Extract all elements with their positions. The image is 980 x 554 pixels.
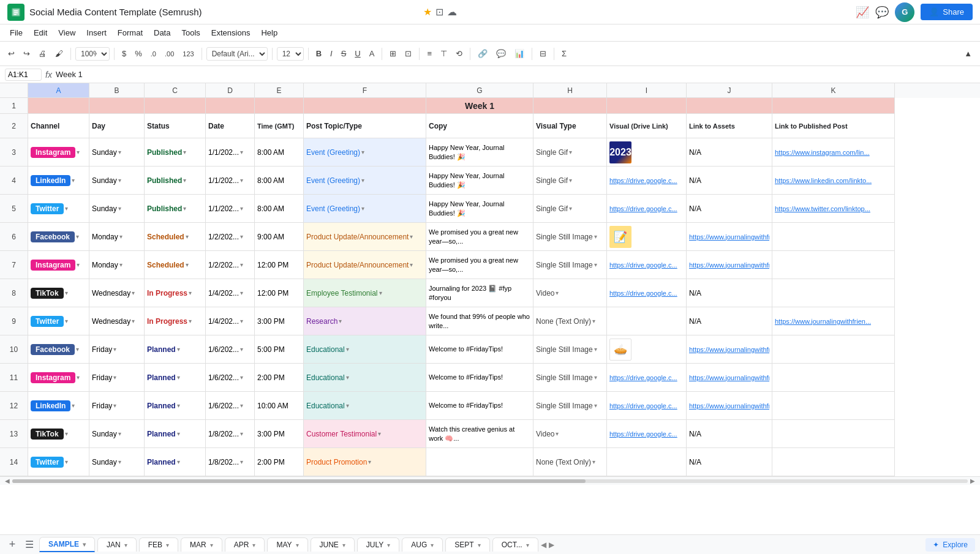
assets-link[interactable]: https://www.journalingwithfrien... <box>689 402 769 410</box>
decimal-dec-button[interactable]: .0 <box>148 48 159 60</box>
day-cell[interactable]: Friday ▾ <box>89 335 145 364</box>
tab-may[interactable]: MAY ▾ <box>267 537 307 552</box>
channel-cell[interactable]: Twitter ▾ <box>28 195 89 223</box>
visual-link-cell[interactable] <box>607 448 687 476</box>
channel-cell[interactable]: TikTok ▾ <box>28 420 89 448</box>
type-dropdown-arrow[interactable]: ▾ <box>378 430 381 437</box>
row-num-9[interactable]: 9 <box>0 307 28 335</box>
status-cell[interactable]: Scheduled ▾ <box>145 223 206 251</box>
row-num-1[interactable]: 1 <box>0 98 28 114</box>
row-num-13[interactable]: 13 <box>0 420 28 448</box>
copy-cell[interactable]: Happy New Year, Journal Buddies! 🎉 <box>426 195 533 223</box>
day-dropdown-arrow[interactable]: ▾ <box>132 318 135 324</box>
post-type-cell[interactable]: Customer Testimonial ▾ <box>304 420 426 448</box>
status-dropdown-arrow[interactable]: ▾ <box>177 430 180 437</box>
date-cell[interactable]: 1/2/202... ▾ <box>206 251 255 279</box>
col-header-d[interactable]: D <box>206 83 255 98</box>
tab-july[interactable]: JULY ▾ <box>357 537 399 552</box>
cell-reference-input[interactable]: A1:K1 <box>5 69 42 81</box>
row-num-5[interactable]: 5 <box>0 195 28 223</box>
day-cell[interactable]: Monday ▾ <box>89 223 145 251</box>
date-dropdown-arrow[interactable]: ▾ <box>240 177 243 184</box>
channel-dropdown-arrow[interactable]: ▾ <box>76 233 79 240</box>
tab-feb[interactable]: FEB ▾ <box>139 537 178 552</box>
visual-link-cell[interactable]: https://drive.google.c... <box>607 167 687 195</box>
menu-view[interactable]: View <box>53 26 80 39</box>
date-cell[interactable]: 1/1/202... ▾ <box>206 167 255 195</box>
published-link-cell[interactable] <box>772 448 895 476</box>
visual-type-cell[interactable]: Single Gif ▾ <box>533 167 607 195</box>
visual-type-cell[interactable]: Single Still Image ▾ <box>533 223 607 251</box>
channel-dropdown-arrow[interactable]: ▾ <box>65 205 68 212</box>
col-header-i[interactable]: I <box>607 83 687 98</box>
published-link-cell[interactable] <box>772 335 895 364</box>
post-type-cell[interactable]: Educational ▾ <box>304 392 426 420</box>
published-link-cell[interactable]: https://www.linkedin.com/linkto... <box>772 167 895 195</box>
comment-icon[interactable]: 💬 <box>875 6 889 19</box>
assets-link-cell[interactable]: N/A <box>687 307 772 335</box>
visual-drive-link[interactable]: https://drive.google.c... <box>609 374 677 381</box>
copy-cell[interactable]: Welcome to #FridayTips! <box>426 364 533 392</box>
post-type-cell[interactable]: Product Update/Announcement ▾ <box>304 223 426 251</box>
time-cell[interactable]: 10:00 AM <box>255 392 304 420</box>
col-header-a[interactable]: A <box>28 83 89 98</box>
assets-link-cell[interactable]: https://www.journalingwithfrien... <box>687 335 772 364</box>
font-select[interactable]: Default (Ari...) <box>206 47 268 61</box>
time-cell[interactable]: 8:00 AM <box>255 167 304 195</box>
date-dropdown-arrow[interactable]: ▾ <box>240 459 243 465</box>
time-cell[interactable]: 12:00 PM <box>255 279 304 307</box>
assets-link-cell[interactable]: https://www.journalingwithfrien... <box>687 223 772 251</box>
copy-cell[interactable] <box>426 448 533 476</box>
post-type-cell[interactable]: Product Update/Announcement ▾ <box>304 251 426 279</box>
percent-button[interactable]: % <box>132 47 145 61</box>
status-cell[interactable]: Published ▾ <box>145 167 206 195</box>
post-type-cell[interactable]: Educational ▾ <box>304 335 426 364</box>
undo-button[interactable]: ↩ <box>5 47 18 61</box>
date-dropdown-arrow[interactable]: ▾ <box>240 233 243 240</box>
menu-help[interactable]: Help <box>256 26 282 39</box>
status-dropdown-arrow[interactable]: ▾ <box>189 318 192 324</box>
day-dropdown-arrow[interactable]: ▾ <box>119 233 123 240</box>
time-cell[interactable]: 12:00 PM <box>255 251 304 279</box>
day-dropdown-arrow[interactable]: ▾ <box>118 149 121 155</box>
day-cell[interactable]: Sunday ▾ <box>89 195 145 223</box>
status-cell[interactable]: Published ▾ <box>145 138 206 167</box>
visual-link-cell[interactable]: https://drive.google.c... <box>607 364 687 392</box>
assets-link-cell[interactable]: https://www.journalingwithfrien... <box>687 251 772 279</box>
day-cell[interactable]: Sunday ▾ <box>89 167 145 195</box>
print-button[interactable]: 🖨 <box>36 47 50 61</box>
day-dropdown-arrow[interactable]: ▾ <box>113 402 116 409</box>
visual-link-cell[interactable]: https://drive.google.c... <box>607 279 687 307</box>
published-link-cell[interactable] <box>772 251 895 279</box>
date-cell[interactable]: 1/2/202... ▾ <box>206 223 255 251</box>
link-button[interactable]: 🔗 <box>475 47 491 61</box>
status-dropdown-arrow[interactable]: ▾ <box>189 290 192 296</box>
tab-aug[interactable]: AUG ▾ <box>402 537 443 552</box>
tab-apr[interactable]: APR ▾ <box>225 537 265 552</box>
status-dropdown-arrow[interactable]: ▾ <box>177 402 180 409</box>
visual-link-cell[interactable]: 🥧 <box>607 335 687 364</box>
comment-button[interactable]: 💬 <box>493 47 509 61</box>
post-type-cell[interactable]: Educational ▾ <box>304 364 426 392</box>
channel-cell[interactable]: Instagram ▾ <box>28 138 89 167</box>
visual-type-dropdown-arrow[interactable]: ▾ <box>556 430 559 437</box>
status-cell[interactable]: Planned ▾ <box>145 335 206 364</box>
post-type-cell[interactable]: Event (Greeting) ▾ <box>304 167 426 195</box>
row-num-8[interactable]: 8 <box>0 279 28 307</box>
time-cell[interactable]: 8:00 AM <box>255 195 304 223</box>
day-dropdown-arrow[interactable]: ▾ <box>113 374 116 381</box>
menu-file[interactable]: File <box>5 26 28 39</box>
visual-link-cell[interactable] <box>607 307 687 335</box>
copy-cell[interactable]: We promised you a great new year—so,... <box>426 251 533 279</box>
decimal-inc-button[interactable]: .00 <box>162 48 177 60</box>
copy-cell[interactable]: Welcome to #FridayTips! <box>426 392 533 420</box>
channel-dropdown-arrow[interactable]: ▾ <box>65 318 68 324</box>
sheet-menu-button[interactable]: ☰ <box>22 537 37 552</box>
time-cell[interactable]: 3:00 PM <box>255 420 304 448</box>
post-type-cell[interactable]: Product Promotion ▾ <box>304 448 426 476</box>
col-header-e[interactable]: E <box>255 83 304 98</box>
day-cell[interactable]: Monday ▾ <box>89 251 145 279</box>
post-type-cell[interactable]: Employee Testimonial ▾ <box>304 279 426 307</box>
copy-cell[interactable]: We promised you a great new year—so,... <box>426 223 533 251</box>
scroll-left-icon[interactable]: ◀ <box>541 541 546 549</box>
